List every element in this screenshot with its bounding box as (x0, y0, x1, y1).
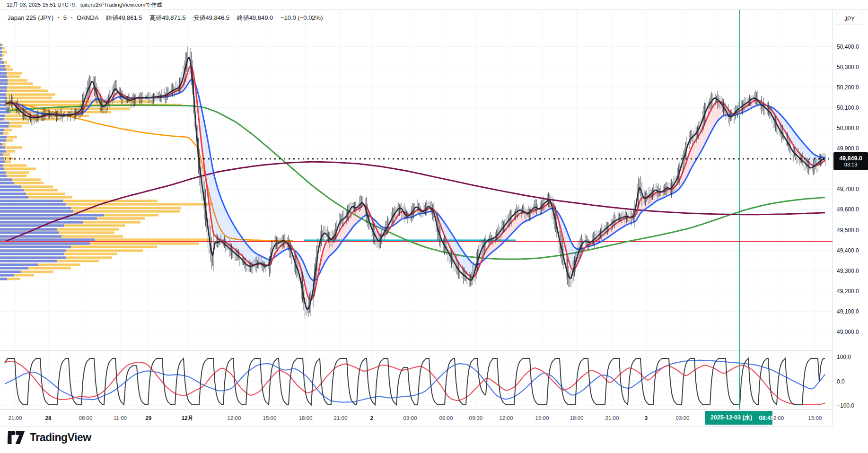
time-axis-label: 2 (370, 415, 373, 421)
badge-date: 2025-12-03 (水) (710, 414, 752, 422)
orange-ma-line (6, 102, 293, 241)
price-axis-label: 49,600.0 (837, 206, 859, 213)
symbol-header[interactable]: Japan 225 (JPY)・5・OANDA 始値49,861.5 高値49,… (8, 14, 325, 22)
time-axis-label: 18:00 (299, 415, 313, 421)
price-axis-label: 50,100.0 (837, 105, 859, 111)
time-axis-label: 21:00 (334, 415, 348, 421)
time-axis-label: 2:00 (773, 415, 784, 421)
tradingview-chart-window: 12月 03, 2025 15:51 UTC+9、tuiteru2がTradin… (0, 0, 868, 453)
price-axis-label: 100.0 (837, 354, 851, 360)
interval-label[interactable]: 5 (63, 14, 67, 21)
time-axis-label: 15:00 (535, 415, 549, 421)
price-axis-label: 50,400.0 (837, 44, 859, 50)
price-axis-label: 0.0 (837, 378, 845, 385)
price-axis-label: 49,200.0 (837, 288, 859, 295)
price-axis-label: 49,900.0 (837, 145, 859, 152)
time-axis-label: 21:00 (9, 415, 22, 421)
bar-countdown: 03:13 (844, 162, 858, 168)
time-axis-label: 08:00 (79, 415, 93, 421)
time-axis-label: 03:00 (676, 415, 690, 421)
ohlc-high: 高値49,871.5 (149, 14, 186, 21)
time-axis-label: 12月 (182, 415, 193, 422)
time-axis-label: 21:00 (605, 415, 619, 421)
time-axis-label: 18:00 (570, 415, 584, 421)
ohlc-open: 始値49,861.5 (106, 14, 142, 21)
time-axis-label: 03:00 (403, 415, 417, 421)
time-axis-label: 15:00 (808, 415, 822, 421)
time-axis-label: 06:00 (439, 415, 453, 421)
price-axis-label: 50,000.0 (837, 125, 859, 131)
change-value: −10.0 (−0.02%) (281, 14, 323, 21)
price-axis-label: 49,400.0 (837, 247, 859, 254)
osc-red-line (5, 361, 825, 405)
chart-panes (0, 10, 833, 409)
price-axis-label: 49,100.0 (837, 308, 859, 315)
time-axis-label: 29 (146, 415, 152, 421)
badge-time: 08:45 (759, 415, 774, 421)
time-axis-label: 15:00 (263, 415, 277, 421)
currency-toggle-button[interactable]: JPY (836, 13, 863, 25)
price-axis-label: 50,300.0 (837, 64, 859, 70)
time-axis[interactable]: 2025-12-03 (水) 08:45 21:002808:0011:0029… (0, 409, 833, 427)
session-date-badge: 2025-12-03 (水) 08:45 (705, 411, 772, 425)
price-axis-label: 50,200.0 (837, 84, 859, 91)
main-price-chart[interactable] (0, 10, 833, 409)
time-axis-label: 11:00 (114, 415, 127, 421)
price-axis-label: 49,500.0 (837, 227, 859, 234)
last-price-value: 49,849.0 (839, 155, 862, 162)
attribution-text: 12月 03, 2025 15:51 UTC+9、tuiteru2がTradin… (7, 1, 162, 9)
exchange-label: OANDA (77, 14, 98, 21)
volume-profile (0, 44, 213, 280)
time-axis-label: 09:30 (469, 415, 483, 421)
price-axis-label: 49,300.0 (837, 268, 859, 274)
ohlc-low: 安値49,846.5 (193, 14, 229, 21)
last-price-label: 49,849.0 03:13 (833, 152, 868, 170)
price-axis-label: 49,000.0 (837, 329, 859, 335)
tradingview-logo[interactable]: TradingView (8, 430, 91, 444)
price-axis-label: 49,700.0 (837, 186, 859, 192)
price-axis-label: −100.0 (837, 402, 854, 409)
time-axis-label: 12:00 (500, 415, 513, 421)
time-axis-label: 3 (645, 415, 648, 421)
time-axis-label: 28 (45, 415, 52, 421)
time-axis-label: 12:00 (228, 415, 241, 421)
tradingview-logo-text: TradingView (30, 431, 91, 444)
tradingview-logo-icon (8, 430, 25, 444)
price-axis[interactable]: JPY 49,849.0 03:13 50,400.050,300.050,20… (833, 10, 868, 426)
ohlc-close: 終値49,849.0 (237, 14, 273, 21)
symbol-title[interactable]: Japan 225 (JPY) (8, 14, 53, 21)
